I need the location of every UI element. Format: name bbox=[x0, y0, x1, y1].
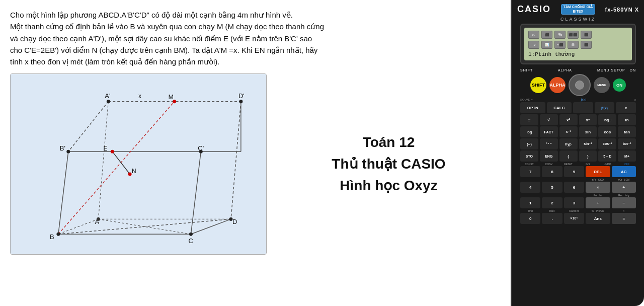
svg-text:C: C bbox=[188, 237, 193, 245]
btn-6[interactable]: 6 bbox=[564, 182, 584, 193]
btn-5[interactable]: 5 bbox=[542, 182, 562, 193]
svg-text:N: N bbox=[132, 168, 136, 175]
screen-icon-9: ⊞ bbox=[568, 41, 579, 49]
svg-point-38 bbox=[173, 100, 176, 103]
screen-icon-3: ⅔ bbox=[554, 31, 566, 39]
divide-button[interactable]: ÷ bbox=[612, 182, 636, 193]
optn-button[interactable]: OPTN bbox=[520, 102, 545, 113]
svg-point-36 bbox=[229, 217, 232, 221]
shift-button[interactable]: SHIFT bbox=[530, 77, 546, 93]
calc-model-label: fx-580VN X bbox=[605, 7, 639, 13]
asin-button[interactable]: sin⁻¹ bbox=[579, 138, 597, 149]
calc-logo: TÂM CHỐNG GIẢBITEX bbox=[561, 4, 595, 15]
multiply-button[interactable]: × bbox=[586, 182, 610, 193]
svg-point-31 bbox=[239, 100, 243, 103]
btn-9[interactable]: 9 bbox=[564, 166, 584, 177]
screen-icon-8: ≡⬛ bbox=[554, 41, 566, 49]
main-area: A' D' B' C' B C D A M x N bbox=[10, 73, 501, 255]
btn-empty3[interactable]: x bbox=[616, 102, 636, 113]
btn-4[interactable]: 4 bbox=[520, 182, 540, 193]
nav-center-btn[interactable] bbox=[575, 81, 584, 90]
fact-button[interactable]: FACT bbox=[540, 126, 558, 137]
calc-screen-icons-row2: ↓x 📊 ≡⬛ ⊞ ⬛ bbox=[528, 41, 628, 49]
screen-icon-5: ⬛ bbox=[581, 31, 592, 39]
dot-button[interactable]: . bbox=[542, 213, 562, 224]
calculator: CASIO TÂM CHỐNG GIẢBITEX fx-580VN X CLAS… bbox=[511, 0, 644, 306]
svg-text:B': B' bbox=[60, 144, 65, 152]
screen-icon-7: 📊 bbox=[541, 41, 552, 49]
btn-empty1[interactable] bbox=[573, 102, 593, 113]
svg-point-34 bbox=[56, 233, 60, 236]
calc-screen-text: 1:Ptính thường bbox=[528, 51, 628, 57]
sto-button[interactable]: STO bbox=[520, 150, 538, 162]
calc-casio-label: CASIO bbox=[517, 4, 551, 15]
btn-3[interactable]: 3 bbox=[564, 197, 584, 208]
calc-brand-row: CASIO TÂM CHỐNG GIẢBITEX fx-580VN X bbox=[517, 4, 639, 15]
inv-button[interactable]: x⁻¹ bbox=[559, 126, 578, 137]
title-line2: Thủ thuật CASIO bbox=[332, 156, 445, 172]
plus-button[interactable]: + bbox=[586, 197, 610, 208]
calc-screen-icons-row: x÷ ⬛ ⅔ ⬛⬛ ⬛ bbox=[528, 31, 628, 39]
svg-point-32 bbox=[66, 150, 70, 154]
close-paren-button[interactable]: ) bbox=[579, 150, 597, 162]
neg-button[interactable]: (–) bbox=[520, 138, 538, 149]
calc-classwiz: CLASSWIZ bbox=[560, 17, 596, 22]
ans-button[interactable]: Ans bbox=[586, 213, 610, 224]
svg-point-33 bbox=[199, 150, 203, 154]
calc-badge: TÂM CHỐNG GIẢBITEX bbox=[561, 4, 595, 15]
on-button[interactable]: ON bbox=[613, 79, 626, 92]
btn-row-0: 0 . ×10ˣ Ans = bbox=[520, 213, 636, 224]
btn-8[interactable]: 8 bbox=[542, 166, 562, 177]
btn-7[interactable]: 7 bbox=[520, 166, 540, 177]
minus-button[interactable]: − bbox=[612, 197, 636, 208]
calc-btn-section-optn: OPTN CALC ∫f(x) x ≡ √ x² xⁿ log□ ln log … bbox=[520, 102, 636, 225]
btn-2[interactable]: 2 bbox=[542, 197, 562, 208]
atan-button[interactable]: tan⁻¹ bbox=[618, 138, 636, 149]
menu-label: MENU SETUP ON bbox=[597, 68, 636, 72]
title-line3: Hình học Oxyz bbox=[340, 177, 437, 194]
problem-text: Cho một hình lập phương ABCD.A'B'C'D" có… bbox=[10, 9, 501, 67]
log-button[interactable]: log□ bbox=[598, 114, 616, 125]
eng-button[interactable]: ENG bbox=[540, 150, 558, 162]
btn-1[interactable]: 1 bbox=[520, 197, 540, 208]
svg-text:E: E bbox=[103, 145, 107, 152]
svg-rect-0 bbox=[11, 74, 266, 254]
xn-button[interactable]: xⁿ bbox=[579, 114, 597, 125]
svg-text:D: D bbox=[232, 218, 237, 226]
svg-point-35 bbox=[189, 233, 193, 236]
btn-row-hyp: (–) ° ' " hyp sin⁻¹ cos⁻¹ tan⁻¹ bbox=[520, 138, 636, 149]
deg-button[interactable]: ° ' " bbox=[540, 138, 558, 149]
exp-button[interactable]: ×10ˣ bbox=[564, 213, 584, 224]
svg-point-40 bbox=[128, 173, 132, 176]
equals-button[interactable]: = bbox=[612, 213, 636, 224]
nav-pad[interactable] bbox=[569, 74, 591, 96]
svg-text:x: x bbox=[138, 93, 141, 100]
hyp-button[interactable]: hyp bbox=[559, 138, 578, 149]
screen-icon-6: ↓x bbox=[528, 41, 539, 49]
del-button[interactable]: DEL bbox=[586, 166, 610, 177]
svg-point-37 bbox=[97, 217, 100, 221]
cos-button[interactable]: cos bbox=[598, 126, 616, 137]
btn-empty2[interactable]: ∫f(x) bbox=[595, 102, 615, 113]
sqrt-button[interactable]: √ bbox=[540, 114, 558, 125]
screen-icon-2: ⬛ bbox=[541, 31, 552, 39]
open-paren-button[interactable]: ( bbox=[559, 150, 578, 162]
btn-row-123: 1 2 3 + − bbox=[520, 197, 636, 208]
calc-button[interactable]: CALC bbox=[547, 102, 572, 113]
svg-text:M: M bbox=[169, 94, 174, 101]
ac-button[interactable]: AC bbox=[612, 166, 636, 177]
alpha-button[interactable]: ALPHA bbox=[549, 77, 566, 93]
btn-0[interactable]: 0 bbox=[520, 213, 540, 224]
acos-button[interactable]: cos⁻¹ bbox=[598, 138, 616, 149]
sin-button[interactable]: sin bbox=[579, 126, 597, 137]
sq-button[interactable]: x² bbox=[559, 114, 578, 125]
tan-button[interactable]: tan bbox=[618, 126, 636, 137]
equiv-button[interactable]: ≡ bbox=[520, 114, 538, 125]
svg-point-39 bbox=[111, 150, 114, 154]
menu-button[interactable]: MENU bbox=[594, 77, 610, 93]
ln-button[interactable]: ln bbox=[618, 114, 636, 125]
btn-row-sqrt: ≡ √ x² xⁿ log□ ln bbox=[520, 114, 636, 125]
mplus-button[interactable]: M+ bbox=[618, 150, 636, 162]
log10-button[interactable]: log bbox=[520, 126, 538, 137]
sd-button[interactable]: 5↔D bbox=[598, 150, 616, 162]
